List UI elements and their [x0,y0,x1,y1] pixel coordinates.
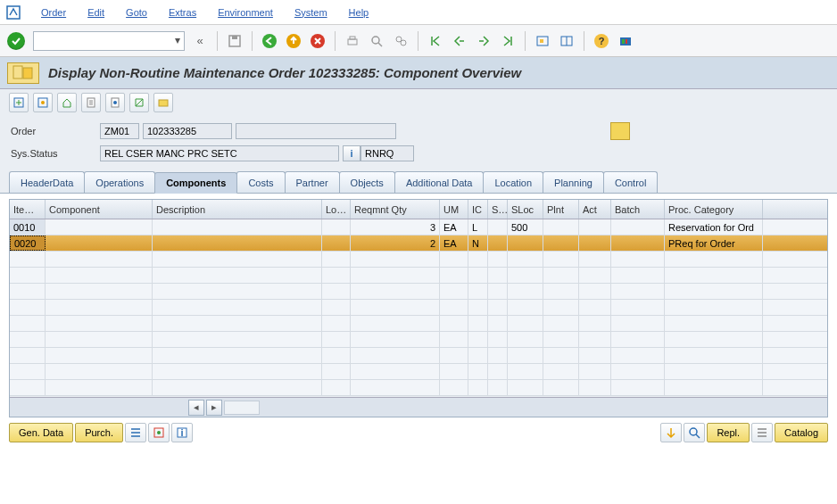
first-page-icon[interactable] [425,30,446,52]
app-btn-4[interactable] [81,93,101,112]
tab-headerdata[interactable]: HeaderData [9,171,85,193]
catalog-list-icon[interactable] [751,423,773,442]
menu-extras[interactable]: Extras [169,7,196,18]
last-page-icon[interactable] [497,30,518,52]
find-next-icon[interactable] [390,30,411,52]
col-sloc[interactable]: SLoc [508,200,543,219]
menu-goto[interactable]: Goto [126,7,147,18]
cell-desc [153,219,322,235]
prev-page-icon[interactable] [449,30,470,52]
cell-batch [611,235,665,251]
tab-operations[interactable]: Operations [84,171,155,193]
svg-rect-12 [540,39,543,43]
purch-button[interactable]: Purch. [75,423,123,442]
repl-button[interactable]: Repl. [707,423,750,442]
gen-data-button[interactable]: Gen. Data [9,423,73,442]
status-info-icon[interactable]: i [343,145,360,161]
tab-planning[interactable]: Planning [543,171,604,193]
enter-icon[interactable] [7,32,25,50]
customize-icon[interactable] [615,30,636,52]
menu-bar: Order Edit Goto Extras Environment Syste… [0,0,837,25]
col-plnt[interactable]: Plnt [543,200,579,219]
col-act[interactable]: Act [579,200,611,219]
catalog-button[interactable]: Catalog [775,423,828,442]
grid-row[interactable]: 0020 2 EA N PReq for Order [10,235,827,252]
application-toolbar [0,89,837,116]
tab-location[interactable]: Location [483,171,543,193]
menu-edit[interactable]: Edit [87,7,104,18]
scroll-right-icon[interactable]: ▸ [206,400,222,416]
collapse-icon[interactable]: « [189,30,211,52]
cell-item[interactable]: 0020 [10,235,46,251]
col-ic[interactable]: IC [468,200,488,219]
cancel-icon[interactable] [307,30,328,52]
cell-batch [611,219,665,235]
grid-row-empty [10,316,827,332]
list-icon[interactable] [125,423,146,442]
exit-icon[interactable] [283,30,304,52]
tab-strip: HeaderData Operations Components Costs P… [0,171,837,194]
col-component[interactable]: Component [46,200,153,219]
menu-help[interactable]: Help [349,7,369,18]
tab-additional-data[interactable]: Additional Data [394,171,485,193]
col-lo[interactable]: Lo… [322,200,351,219]
app-btn-1[interactable] [9,93,29,112]
order-header: Order ZM01 102333285 Sys.Status REL CSER… [0,116,837,171]
col-s[interactable]: S… [488,200,508,219]
svg-point-3 [262,34,277,48]
tab-components[interactable]: Components [154,172,237,194]
scroll-track[interactable] [224,401,260,415]
help-icon[interactable]: ? [591,30,612,52]
components-grid: Ite… Component Description Lo… Reqmnt Qt… [9,199,828,417]
tab-control[interactable]: Control [603,171,658,193]
svg-rect-19 [626,39,627,44]
tab-costs[interactable]: Costs [236,171,285,193]
grid-row[interactable]: 0010 3 EA L 500 Reservation for Ord [10,219,827,235]
grid-footer-buttons: Gen. Data Purch. i Repl. Catalog [9,423,828,442]
info-icon[interactable]: i [171,423,193,442]
menu-system[interactable]: System [294,7,327,18]
app-btn-7[interactable] [153,93,173,112]
menu-order[interactable]: Order [41,7,66,18]
back-icon[interactable] [259,30,280,52]
app-btn-5[interactable] [105,93,125,112]
svg-rect-28 [159,100,168,106]
find-icon[interactable] [366,30,387,52]
col-item[interactable]: Ite… [10,200,46,219]
svg-rect-6 [348,39,357,45]
save-icon[interactable] [224,30,245,52]
cell-plnt [543,235,579,251]
cell-sloc: 500 [508,219,543,235]
graphic-icon[interactable] [148,423,170,442]
app-btn-2[interactable] [33,93,53,112]
layout-icon[interactable] [556,30,577,52]
user-status-field: RNRQ [360,145,414,161]
title-bar: Display Non-Routine Maintenance Order 10… [0,57,837,89]
tab-partner[interactable]: Partner [285,171,340,193]
assign-icon[interactable] [660,423,682,442]
next-page-icon[interactable] [473,30,494,52]
print-icon[interactable] [342,30,363,52]
app-btn-3[interactable] [57,93,77,112]
scroll-left-icon[interactable]: ◂ [188,400,204,416]
folder-icon[interactable] [610,122,630,140]
grid-row-empty [10,364,827,380]
col-proc-category[interactable]: Proc. Category [665,200,763,219]
col-description[interactable]: Description [153,200,322,219]
page-title: Display Non-Routine Maintenance Order 10… [48,65,521,80]
col-reqmnt-qty[interactable]: Reqmnt Qty [351,200,440,219]
new-session-icon[interactable] [532,30,553,52]
cell-s [488,219,508,235]
col-um[interactable]: UM [440,200,468,219]
menu-environment[interactable]: Environment [218,7,273,18]
cell-um: EA [440,235,468,251]
cell-sloc [508,235,543,251]
cell-proc: Reservation for Ord [665,219,763,235]
grid-scrollbar[interactable]: ◂ ▸ [10,397,827,417]
app-btn-6[interactable] [129,93,149,112]
command-field[interactable] [33,31,185,51]
find-component-icon[interactable] [684,423,705,442]
col-batch[interactable]: Batch [611,200,665,219]
tab-objects[interactable]: Objects [339,171,395,193]
cell-item[interactable]: 0010 [10,219,46,235]
